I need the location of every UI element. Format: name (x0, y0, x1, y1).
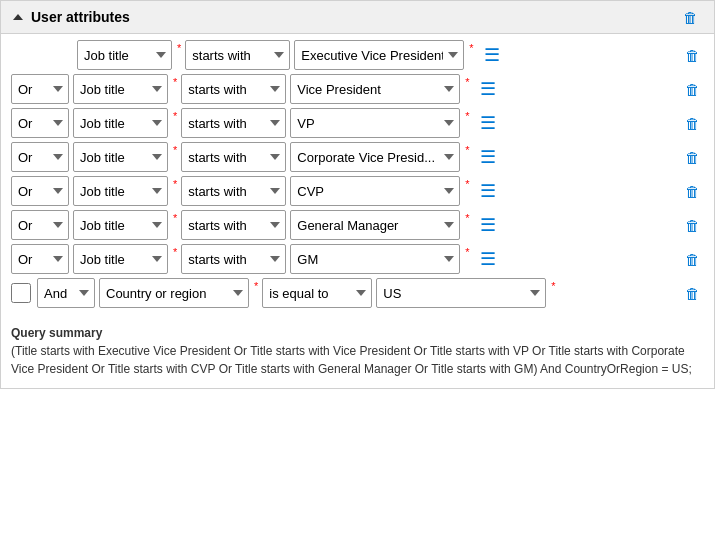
row-0-delete-button[interactable]: 🗑 (681, 48, 704, 63)
row-1-required-star: * (173, 76, 177, 88)
row-3-op-select[interactable]: starts withends withcontainsis equal to (181, 142, 286, 172)
row-2-value-required-star: * (465, 110, 469, 122)
filter-row-6: OrAnd Job titleDepartmentCompanyCountry … (11, 244, 704, 274)
row-5-field-select[interactable]: Job titleDepartmentCompanyCountry or reg… (73, 210, 168, 240)
section-trash-icon: 🗑 (683, 9, 698, 26)
row-4-required-star: * (173, 178, 177, 190)
filter-row-3: OrAnd Job titleDepartmentCompanyCountry … (11, 142, 704, 172)
section-title-group: User attributes (13, 9, 130, 25)
row-3-value-required-star: * (465, 144, 469, 156)
row-6-value-input[interactable] (290, 244, 460, 274)
filter-row-4: OrAnd Job titleDepartmentCompanyCountry … (11, 176, 704, 206)
row-2-value-input[interactable] (290, 108, 460, 138)
filter-row-1: OrAnd Job titleDepartmentCompanyCountry … (11, 74, 704, 104)
row-1-field-select[interactable]: Job titleDepartmentCompanyCountry or reg… (73, 74, 168, 104)
last-row-field-select[interactable]: Country or regionJob titleDepartment (99, 278, 249, 308)
row-3-field-select[interactable]: Job titleDepartmentCompanyCountry or reg… (73, 142, 168, 172)
row-0-op-select[interactable]: starts withends withcontainsis equal to (185, 40, 290, 70)
row-0-value-required-star: * (469, 42, 473, 54)
last-row-delete-button[interactable]: 🗑 (681, 286, 704, 301)
row-6-value-required-star: * (465, 246, 469, 258)
user-attributes-panel: User attributes 🗑 Job titleDepartmentCom… (0, 0, 715, 389)
row-4-value-input[interactable] (290, 176, 460, 206)
last-row-required-star: * (254, 280, 258, 292)
row-6-field-select[interactable]: Job titleDepartmentCompanyCountry or reg… (73, 244, 168, 274)
row-1-list-button[interactable]: ☰ (476, 80, 500, 98)
filter-row-0: Job titleDepartmentCompanyCountry or reg… (11, 40, 704, 70)
filter-rows-area: Job titleDepartmentCompanyCountry or reg… (1, 34, 714, 318)
row-2-list-button[interactable]: ☰ (476, 114, 500, 132)
last-row-value-input[interactable] (376, 278, 546, 308)
row-2-field-select[interactable]: Job titleDepartmentCompanyCountry or reg… (73, 108, 168, 138)
row-2-delete-button[interactable]: 🗑 (681, 116, 704, 131)
filter-row-5: OrAnd Job titleDepartmentCompanyCountry … (11, 210, 704, 240)
row-3-list-button[interactable]: ☰ (476, 148, 500, 166)
row-4-op-select[interactable]: starts withends withcontainsis equal to (181, 176, 286, 206)
query-summary-label: Query summary (11, 326, 102, 340)
collapse-icon[interactable] (13, 14, 23, 20)
row-2-op-select[interactable]: starts withends withcontainsis equal to (181, 108, 286, 138)
row-6-connector-select[interactable]: OrAnd (11, 244, 69, 274)
section-delete-button[interactable]: 🗑 (679, 10, 702, 25)
row-1-connector-select[interactable]: OrAnd (11, 74, 69, 104)
row-3-value-input[interactable] (290, 142, 460, 172)
row-1-value-required-star: * (465, 76, 469, 88)
query-summary: Query summary (Title starts with Executi… (1, 318, 714, 388)
row-4-connector-select[interactable]: OrAnd (11, 176, 69, 206)
row-0-list-button[interactable]: ☰ (480, 46, 504, 64)
row-0-value-input[interactable] (294, 40, 464, 70)
row-6-delete-button[interactable]: 🗑 (681, 252, 704, 267)
row-6-required-star: * (173, 246, 177, 258)
row-6-list-button[interactable]: ☰ (476, 250, 500, 268)
last-row-connector-select[interactable]: AndOr (37, 278, 95, 308)
row-2-required-star: * (173, 110, 177, 122)
row-0-field-select[interactable]: Job titleDepartmentCompanyCountry or reg… (77, 40, 172, 70)
row-1-value-input[interactable] (290, 74, 460, 104)
filter-row-2: OrAnd Job titleDepartmentCompanyCountry … (11, 108, 704, 138)
row-5-list-button[interactable]: ☰ (476, 216, 500, 234)
last-row-value-required-star: * (551, 280, 555, 292)
row-3-connector-select[interactable]: OrAnd (11, 142, 69, 172)
last-row-op-select[interactable]: is equal tostarts withcontains (262, 278, 372, 308)
row-3-delete-button[interactable]: 🗑 (681, 150, 704, 165)
section-title-text: User attributes (31, 9, 130, 25)
row-1-op-select[interactable]: starts withends withcontainsis equal to (181, 74, 286, 104)
query-summary-text: (Title starts with Executive Vice Presid… (11, 344, 692, 376)
row-6-op-select[interactable]: starts withends withcontainsis equal to (181, 244, 286, 274)
row-0-required-star: * (177, 42, 181, 54)
row-5-delete-button[interactable]: 🗑 (681, 218, 704, 233)
row-5-value-input[interactable] (290, 210, 460, 240)
row-5-required-star: * (173, 212, 177, 224)
row-5-connector-select[interactable]: OrAnd (11, 210, 69, 240)
row-2-connector-select[interactable]: OrAnd (11, 108, 69, 138)
row-4-list-button[interactable]: ☰ (476, 182, 500, 200)
filter-row-last: AndOr Country or regionJob titleDepartme… (11, 278, 704, 308)
row-4-delete-button[interactable]: 🗑 (681, 184, 704, 199)
row-1-delete-button[interactable]: 🗑 (681, 82, 704, 97)
row-4-field-select[interactable]: Job titleDepartmentCompanyCountry or reg… (73, 176, 168, 206)
row-5-value-required-star: * (465, 212, 469, 224)
row-3-required-star: * (173, 144, 177, 156)
row-5-op-select[interactable]: starts withends withcontainsis equal to (181, 210, 286, 240)
section-header: User attributes 🗑 (1, 1, 714, 34)
row-4-value-required-star: * (465, 178, 469, 190)
last-row-checkbox[interactable] (11, 283, 31, 303)
